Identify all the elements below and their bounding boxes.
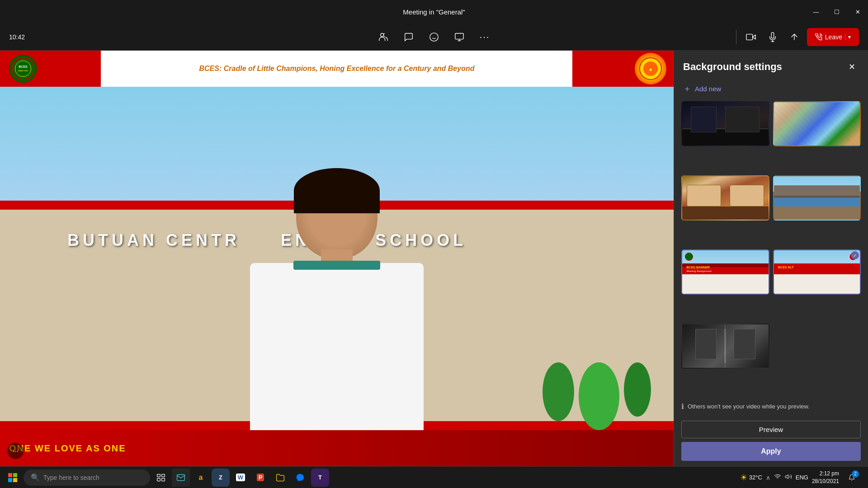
background-scene: BUTUAN CENTR ENTARY SCHOOL bbox=[0, 87, 674, 466]
share-button[interactable] bbox=[450, 28, 468, 46]
toolbar: 10:42 bbox=[0, 23, 868, 51]
weather-icon: ☀ bbox=[740, 473, 747, 483]
taskbar-clock[interactable]: 2:12 pm 28/10/2021 bbox=[812, 470, 839, 485]
start-button[interactable] bbox=[4, 469, 22, 487]
leave-button[interactable]: Leave ▾ bbox=[807, 28, 859, 46]
toolbar-divider bbox=[736, 30, 736, 44]
taskbar-teams-button[interactable]: T bbox=[311, 469, 329, 487]
svg-rect-17 bbox=[8, 473, 12, 477]
video-more-icon: ··· bbox=[13, 447, 18, 455]
temperature-display: 32°C bbox=[749, 474, 762, 481]
raise-hand-button[interactable] bbox=[785, 28, 803, 46]
svg-rect-19 bbox=[8, 478, 12, 482]
taskbar-right: ☀ 32°C ∧ ENG 2:12 pm 28/10/2021 bbox=[740, 469, 864, 487]
svg-point-10 bbox=[12, 58, 34, 80]
svg-rect-22 bbox=[162, 474, 165, 477]
systray-icons: ∧ bbox=[766, 474, 770, 481]
taskbar-powerpoint-button[interactable]: P bbox=[251, 469, 269, 487]
title-bar: Meeting in "General" — ☐ ✕ bbox=[0, 0, 868, 23]
minimize-button[interactable]: — bbox=[806, 0, 826, 23]
window-controls: — ☐ ✕ bbox=[806, 0, 868, 23]
mic-button[interactable] bbox=[764, 28, 782, 46]
taskbar-amazon-button[interactable]: a bbox=[192, 469, 210, 487]
svg-marker-25 bbox=[785, 474, 788, 479]
info-text: Others won't see your video while you pr… bbox=[688, 403, 810, 410]
add-new-label: Add new bbox=[695, 85, 721, 93]
taskbar-word-button[interactable]: W bbox=[231, 469, 250, 487]
background-thumb-living[interactable] bbox=[681, 175, 769, 221]
video-more-options-button[interactable]: ··· bbox=[7, 443, 24, 459]
toolbar-right: Leave ▾ bbox=[734, 28, 859, 46]
window-title: Meeting in "General" bbox=[403, 8, 465, 16]
taskbar-search[interactable]: 🔍 Type here to search bbox=[24, 469, 150, 486]
hidden-icons-button[interactable]: ∧ bbox=[766, 474, 770, 481]
reactions-button[interactable] bbox=[425, 28, 443, 46]
notification-count: 2 bbox=[852, 470, 859, 478]
taskbar: 🔍 Type here to search a Z W P bbox=[0, 466, 868, 488]
person-silhouette bbox=[228, 168, 445, 430]
clock-time: 2:12 pm bbox=[812, 470, 839, 478]
svg-point-1 bbox=[430, 33, 438, 41]
school-logo-left: BCES SINCE 1921 bbox=[7, 53, 39, 84]
svg-text:🔥: 🔥 bbox=[648, 66, 654, 71]
video-bottom-bar: ONE WE LOVE AS ONE bbox=[0, 430, 674, 466]
panel-header: Background settings ✕ bbox=[674, 51, 868, 80]
video-feed: BCES SINCE 1921 BCES: Cradle of Little C… bbox=[0, 51, 674, 466]
close-panel-button[interactable]: ✕ bbox=[844, 60, 859, 74]
taskbar-files-button[interactable] bbox=[271, 469, 289, 487]
info-row: ℹ Others won't see your video while you … bbox=[674, 398, 868, 415]
maximize-button[interactable]: ☐ bbox=[826, 0, 847, 23]
weather-widget[interactable]: ☀ 32°C bbox=[740, 473, 762, 483]
close-button[interactable]: ✕ bbox=[847, 0, 868, 23]
leave-chevron[interactable]: ▾ bbox=[845, 34, 851, 40]
people-button[interactable] bbox=[374, 28, 392, 46]
svg-rect-18 bbox=[13, 473, 17, 477]
clock-date: 28/10/2021 bbox=[812, 478, 839, 485]
svg-text:SINCE 1921: SINCE 1921 bbox=[18, 70, 28, 72]
more-options-button[interactable]: ··· bbox=[476, 28, 494, 46]
svg-rect-24 bbox=[162, 478, 165, 481]
panel-title: Background settings bbox=[683, 61, 782, 73]
notification-button[interactable]: 2 bbox=[843, 469, 861, 487]
add-new-button[interactable]: ＋ Add new bbox=[674, 80, 868, 98]
background-thumb-garage[interactable] bbox=[681, 101, 769, 146]
bottom-bar-text: ONE WE LOVE AS ONE bbox=[9, 443, 126, 454]
background-thumb-office[interactable] bbox=[681, 324, 769, 369]
meeting-time: 10:42 bbox=[9, 33, 25, 41]
trees bbox=[542, 362, 651, 430]
taskbar-task-view-button[interactable] bbox=[152, 469, 170, 487]
background-thumb-school1[interactable]: BCES BANNER Meeting Background bbox=[681, 249, 769, 295]
taskbar-search-placeholder: Type here to search bbox=[43, 474, 99, 481]
main-area: BCES SINCE 1921 BCES: Cradle of Little C… bbox=[0, 51, 868, 466]
chat-button[interactable] bbox=[400, 28, 418, 46]
school-title: BCES: Cradle of Little Champions, Honing… bbox=[44, 65, 629, 73]
svg-rect-21 bbox=[157, 474, 160, 477]
apply-button[interactable]: Apply bbox=[681, 442, 861, 461]
plus-icon: ＋ bbox=[683, 83, 691, 94]
background-thumb-terrace[interactable] bbox=[773, 175, 861, 221]
toolbar-center-icons: ··· bbox=[374, 28, 494, 46]
volume-button[interactable] bbox=[785, 473, 792, 482]
video-area: BCES SINCE 1921 BCES: Cradle of Little C… bbox=[0, 51, 674, 466]
background-thumb-school2[interactable]: BCES ALT ✓ bbox=[773, 249, 861, 295]
taskbar-zoom-button[interactable]: Z bbox=[212, 469, 230, 487]
background-thumb-map[interactable] bbox=[773, 101, 861, 146]
panel-buttons: Preview Apply bbox=[674, 415, 868, 466]
school-logo-right: 🔥 bbox=[635, 53, 666, 84]
leave-label: Leave bbox=[825, 33, 842, 41]
taskbar-messenger-button[interactable] bbox=[291, 469, 309, 487]
background-grid: BCES BANNER Meeting Background BCES ALT … bbox=[674, 98, 868, 398]
svg-text:BCES: BCES bbox=[19, 65, 28, 68]
network-button[interactable] bbox=[774, 473, 781, 482]
preview-button[interactable]: Preview bbox=[681, 421, 861, 438]
background-settings-panel: Background settings ✕ ＋ Add new bbox=[674, 51, 868, 466]
info-icon: ℹ bbox=[681, 402, 684, 411]
svg-rect-4 bbox=[455, 33, 463, 39]
svg-rect-20 bbox=[13, 478, 17, 482]
school-banner: BCES SINCE 1921 BCES: Cradle of Little C… bbox=[0, 51, 674, 87]
svg-rect-7 bbox=[746, 34, 753, 40]
taskbar-search-icon: 🔍 bbox=[31, 473, 40, 482]
language-selector[interactable]: ENG bbox=[796, 474, 808, 481]
camera-button[interactable] bbox=[742, 28, 760, 46]
taskbar-mail-button[interactable] bbox=[172, 469, 190, 487]
